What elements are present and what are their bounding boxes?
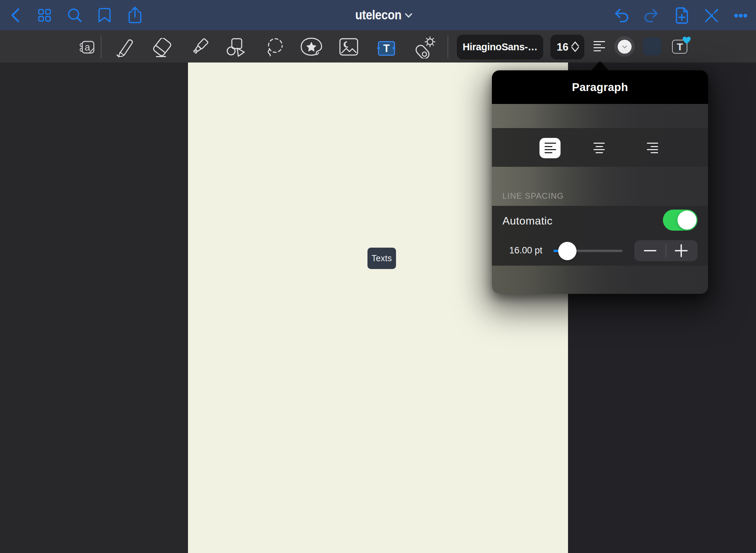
svg-text:a: a [85,42,90,53]
